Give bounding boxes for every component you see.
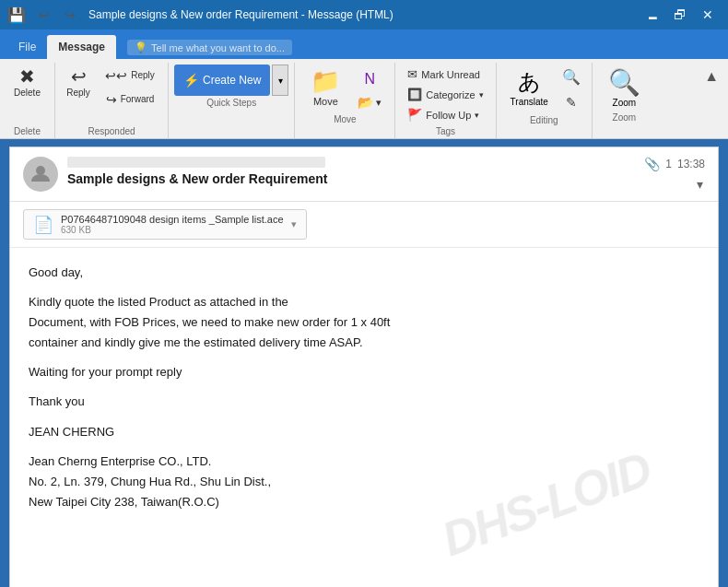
ribbon: ✖ Delete Delete ↩ Reply ↩↩ Reply ↪ Forwa… (0, 59, 728, 139)
mark-unread-icon: ✉ (407, 67, 417, 81)
edit-cursor-icon: ✎ (566, 95, 577, 110)
ribbon-group-quicksteps: ⚡ Create New ▾ Quick Steps (169, 63, 295, 138)
file-icon: 📄 (33, 215, 53, 235)
move-label: Move (313, 96, 338, 107)
translate-button[interactable]: あ Translate (504, 65, 555, 110)
move-buttons: 📁 Move N 📂 ▾ (302, 65, 387, 112)
attachment-info: P07646487109048 design items _Sample lis… (61, 214, 284, 235)
delete-group-label: Delete (14, 126, 41, 136)
create-new-button[interactable]: ⚡ Create New (174, 65, 270, 96)
paperclip-icon: 📎 (644, 157, 660, 171)
attachment-area: 📄 P07646487109048 design items _Sample l… (10, 202, 718, 248)
forward-label: Forward (121, 94, 155, 105)
undo-button[interactable]: ↩ (33, 5, 55, 25)
minimize-button[interactable]: 🗕 (640, 5, 665, 25)
reply-all-button[interactable]: ↩↩ Reply (98, 65, 162, 87)
delete-icon: ✖ (19, 67, 35, 86)
delete-label: Delete (14, 88, 41, 99)
reply-all-label: Reply (131, 70, 155, 81)
title-bar: 💾 ↩ ↪ Sample designs & New order Require… (0, 0, 728, 29)
body-line3: container and kindly give me the estimat… (29, 335, 363, 349)
save-icon[interactable]: 💾 (7, 6, 26, 24)
editing-group-label: Editing (530, 115, 558, 125)
ribbon-group-move: 📁 Move N 📂 ▾ Move (295, 63, 395, 138)
categorize-icon: 🔲 (407, 88, 422, 101)
tab-message[interactable]: Message (47, 35, 116, 59)
body-company: Jean Cherng Enterprise CO., LTD. (29, 454, 211, 468)
body-line1: Kindly quote the listed Product as attac… (29, 295, 288, 309)
mark-unread-label: Mark Unread (421, 69, 480, 80)
title-bar-left: 💾 ↩ ↪ Sample designs & New order Require… (7, 5, 393, 25)
body-address1: No. 2, Ln. 379, Chung Hua Rd., Shu Lin D… (29, 475, 271, 488)
mark-unread-button[interactable]: ✉ Mark Unread (401, 65, 489, 84)
move-button[interactable]: 📁 Move (302, 65, 348, 110)
create-new-label: Create New (203, 74, 261, 87)
create-new-dropdown[interactable]: ▾ (272, 65, 288, 96)
maximize-button[interactable]: 🗗 (667, 5, 693, 25)
reply-button[interactable]: ↩ Reply (61, 65, 96, 101)
translate-label: Translate (511, 97, 548, 107)
email-meta: 📎 1 13:38 (644, 157, 705, 171)
body-name: JEAN CHERNG (29, 422, 699, 442)
attachment-count: 1 (665, 158, 672, 170)
lightbulb-icon: 💡 (135, 41, 147, 53)
tab-file[interactable]: File (7, 35, 47, 59)
svg-point-0 (36, 166, 45, 175)
categorize-button[interactable]: 🔲 Categorize ▾ (401, 85, 489, 104)
body-paragraph: Kindly quote the listed Product as attac… (29, 292, 699, 353)
attachment-size: 630 KB (61, 225, 284, 235)
email-time: 13:38 (677, 158, 705, 170)
categorize-arrow: ▾ (479, 90, 484, 100)
expand-email-button[interactable]: ▾ (695, 175, 705, 194)
editing-side-btns: 🔍 ✎ (558, 65, 584, 113)
ribbon-collapse-area: ▲ (700, 63, 728, 138)
expand-arrow: ▾ (376, 97, 382, 109)
email-header-left: Sample designs & New order Requirement (23, 157, 327, 192)
reply-all-forward-group: ↩↩ Reply ↪ Forward (98, 65, 162, 111)
move-dropdown-button[interactable]: 📂 ▾ (352, 92, 387, 112)
avatar (23, 157, 58, 192)
move-other-icon: 📂 (358, 95, 373, 110)
ribbon-group-editing: あ Translate 🔍 ✎ Editing (497, 63, 593, 138)
email-header-info: Sample designs & New order Requirement (67, 157, 327, 186)
follow-up-arrow: ▾ (475, 111, 479, 120)
body-line2: Document, with FOB Prices, we need to ma… (29, 315, 390, 329)
forward-button[interactable]: ↪ Forward (98, 88, 162, 111)
editing-buttons: あ Translate 🔍 ✎ (504, 65, 584, 113)
zoom-button[interactable]: 🔍 Zoom (600, 65, 649, 111)
email-subject: Sample designs & New order Requirement (67, 171, 327, 186)
onenote-icon: N (365, 71, 376, 88)
collapse-ribbon-button[interactable]: ▲ (700, 66, 722, 87)
ribbon-group-delete: ✖ Delete Delete (0, 63, 55, 138)
delete-button[interactable]: ✖ Delete (8, 65, 46, 101)
search-button[interactable]: 🔍 (558, 65, 584, 89)
extra-edit-button[interactable]: ✎ (558, 91, 584, 113)
follow-up-icon: 🚩 (407, 108, 422, 122)
move-group-label: Move (334, 114, 356, 124)
window-controls: 🗕 🗗 ✕ (640, 5, 721, 25)
email-header: Sample designs & New order Requirement 📎… (10, 147, 718, 202)
email-container: Sample designs & New order Requirement 📎… (9, 147, 719, 587)
onenote-buttons: N 📂 ▾ (352, 65, 387, 112)
ribbon-group-respond: ↩ Reply ↩↩ Reply ↪ Forward Responded (55, 63, 169, 138)
zoom-icon: 🔍 (608, 67, 640, 98)
respond-group-label: Responded (88, 126, 135, 136)
ribbon-group-zoom: 🔍 Zoom Zoom (593, 63, 656, 138)
email-header-right: 📎 1 13:38 ▾ (644, 157, 705, 194)
zoom-group-label: Zoom (613, 112, 637, 123)
attachment-dropdown-icon[interactable]: ▾ (291, 218, 297, 230)
reply-label: Reply (66, 88, 90, 99)
categorize-label: Categorize (426, 89, 475, 100)
follow-up-button[interactable]: 🚩 Follow Up ▾ (401, 105, 489, 124)
redo-button[interactable]: ↪ (59, 5, 81, 25)
tags-buttons: ✉ Mark Unread 🔲 Categorize ▾ 🚩 Follow Up… (401, 65, 489, 124)
attachment-item[interactable]: 📄 P07646487109048 design items _Sample l… (23, 209, 307, 240)
undo-redo-group: ↩ ↪ (33, 5, 81, 25)
delete-buttons: ✖ Delete (8, 65, 46, 124)
close-button[interactable]: ✕ (695, 5, 721, 25)
body-thanks: Thank you (29, 392, 699, 412)
search-bar[interactable]: 💡 Tell me what you want to do... (127, 40, 292, 55)
reply-all-icon: ↩↩ (105, 68, 127, 83)
onenote-button[interactable]: N (352, 68, 387, 90)
quicksteps-top: ⚡ Create New ▾ (174, 65, 288, 96)
